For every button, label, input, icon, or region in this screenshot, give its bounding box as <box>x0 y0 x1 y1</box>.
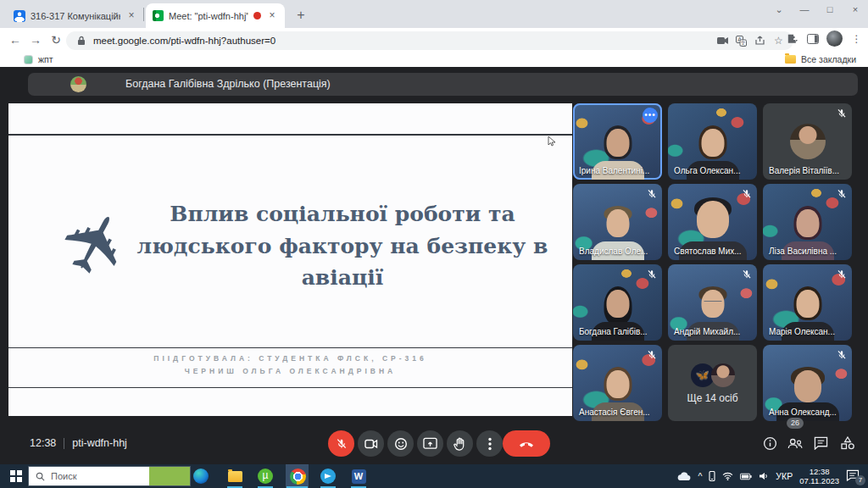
usb-device-icon[interactable] <box>709 471 715 481</box>
tray-chevron-up-icon[interactable]: ^ <box>698 471 702 481</box>
show-participants-button[interactable] <box>785 433 805 453</box>
bookmark-star-icon[interactable]: ☆ <box>772 35 785 47</box>
search-highlight-image[interactable] <box>149 466 190 486</box>
address-bar[interactable]: meet.google.com/pti-wdfn-hhj?authuser=0 … <box>66 31 793 50</box>
file-explorer-icon[interactable] <box>225 467 244 485</box>
participant-name: Ірина Валентині... <box>579 166 649 175</box>
url-text[interactable]: meet.google.com/pti-wdfn-hhj?authuser=0 <box>93 36 710 46</box>
telegram-icon[interactable] <box>319 467 337 485</box>
reactions-button[interactable] <box>387 430 414 457</box>
bookmark-item[interactable]: жпт <box>24 53 53 65</box>
participant-tile[interactable]: Марія Олексан... <box>763 264 852 341</box>
tab-close-icon[interactable]: × <box>266 10 278 22</box>
mic-off-icon <box>836 349 848 361</box>
participant-name: Ольга Олексан... <box>674 166 740 175</box>
presenter-banner: Богдана Галібівна Здрілько (Презентація) <box>28 73 858 96</box>
maximize-button[interactable]: □ <box>817 4 843 14</box>
tray-time: 12:38 <box>799 467 839 476</box>
participant-name: Андрій Михайл... <box>674 327 740 336</box>
browser-menu-icon[interactable]: ⋮ <box>850 32 863 45</box>
slide-title: Вплив соціальної роботи та людського фак… <box>134 198 551 294</box>
extensions-puzzle-icon[interactable] <box>786 32 798 45</box>
recording-indicator <box>253 12 261 19</box>
close-button[interactable]: × <box>843 4 868 14</box>
participant-tile[interactable]: Андрій Михайл... <box>668 264 757 341</box>
svg-text:文: 文 <box>741 40 746 46</box>
participant-name: Богдана Галібів... <box>579 327 648 336</box>
reload-icon[interactable]: ↻ <box>47 31 64 48</box>
chat-button[interactable] <box>810 433 831 453</box>
toolbar-right: ⋮ <box>786 30 863 47</box>
tab-close-icon[interactable]: × <box>125 10 137 22</box>
participant-tile[interactable]: Богдана Галібів... <box>573 264 662 341</box>
taskbar-search[interactable]: Поиск <box>28 466 191 486</box>
forward-icon[interactable]: → <box>27 31 44 48</box>
folder-icon <box>785 55 796 64</box>
mic-off-icon <box>836 108 848 119</box>
slide-footer-line1: ПІІДГОТУВАЛА: СТУДЕНТКА ФЛСК, СР-316 <box>8 352 572 365</box>
mic-off-icon <box>836 188 848 200</box>
camera-toggle-button[interactable] <box>358 430 384 457</box>
participant-tile[interactable]: Владислав Оле... <box>573 184 662 260</box>
chevron-down-icon[interactable]: ⌄ <box>766 4 792 15</box>
speaker-icon[interactable] <box>759 472 769 480</box>
divider <box>64 438 64 449</box>
participant-tile[interactable]: ••• Ірина Валентині... <box>573 103 662 180</box>
participant-tile[interactable]: Ліза Василівна ... <box>763 184 852 260</box>
new-tab-button[interactable]: + <box>292 6 310 25</box>
overflow-avatars: 🦋 <box>691 363 735 387</box>
overflow-tile[interactable]: 🦋 Ще 14 осіб <box>668 345 757 421</box>
tray-clock[interactable]: 12:38 07.11.2023 <box>799 467 839 486</box>
participant-name: Владислав Оле... <box>579 247 648 256</box>
meeting-details-button[interactable] <box>760 433 780 453</box>
end-call-button[interactable] <box>503 430 550 457</box>
participant-name: Ліза Василівна ... <box>769 247 837 256</box>
camera-indicator-icon[interactable] <box>716 35 729 47</box>
tab-classroom[interactable]: 316-317 Комунікаційний трені × <box>7 3 144 28</box>
mic-off-icon <box>741 188 753 200</box>
bookmark-favicon <box>24 55 33 64</box>
word-icon[interactable]: W <box>349 467 368 485</box>
participant-avatar <box>790 124 826 159</box>
onedrive-cloud-icon[interactable] <box>676 472 691 481</box>
participant-tile[interactable]: Анастасія Євген... <box>573 345 662 421</box>
back-icon[interactable]: ← <box>7 31 24 48</box>
chrome-icon[interactable] <box>288 467 307 485</box>
battery-icon[interactable] <box>740 473 752 480</box>
share-icon[interactable] <box>754 35 766 47</box>
mouse-cursor <box>548 136 556 147</box>
participant-tile[interactable]: Ольга Олексан... <box>668 103 757 180</box>
participant-name: Анастасія Євген... <box>579 408 650 417</box>
activities-button[interactable] <box>837 433 858 453</box>
wifi-icon[interactable] <box>722 472 733 480</box>
tab-meet[interactable]: Meet: "pti-wdfn-hhj" × <box>146 3 285 28</box>
edge-icon[interactable] <box>192 467 210 485</box>
meet-favicon <box>153 10 164 21</box>
tile-more-icon[interactable]: ••• <box>643 108 658 123</box>
participant-tile[interactable]: Валерія Віталіїв... <box>763 103 852 180</box>
side-panel-icon[interactable] <box>806 32 819 45</box>
more-options-button[interactable] <box>476 430 503 457</box>
language-indicator[interactable]: УКР <box>776 471 793 481</box>
present-screen-button[interactable] <box>417 430 443 457</box>
slide-divider <box>8 347 572 348</box>
action-center-icon[interactable]: 7 <box>846 469 861 483</box>
overflow-count-label: Ще 14 осіб <box>668 392 757 404</box>
lock-icon <box>75 35 87 47</box>
notification-badge: 7 <box>855 475 865 485</box>
participant-tile[interactable]: Анна Олександ... <box>763 345 852 421</box>
system-tray: ^ УКР 12:38 07.11.2023 7 <box>676 464 868 488</box>
start-button[interactable] <box>10 470 22 482</box>
raise-hand-button[interactable] <box>447 430 473 457</box>
minimize-button[interactable]: — <box>792 4 817 14</box>
participant-name: Святослав Мих... <box>674 247 742 256</box>
tab-strip: 316-317 Комунікаційний трені × Meet: "pt… <box>0 0 868 28</box>
all-bookmarks-button[interactable]: Все закладки <box>785 53 856 65</box>
profile-avatar[interactable] <box>826 30 843 47</box>
mic-toggle-button[interactable] <box>328 430 354 457</box>
utorrent-icon[interactable]: µ <box>256 467 275 485</box>
slide-footer-line2: ЧЕРНИШ ОЛЬГА ОЛЕКСАНДРІВНА <box>8 365 572 378</box>
translate-icon[interactable]: A文 <box>735 35 748 47</box>
participant-tile[interactable]: Святослав Мих... <box>668 184 757 260</box>
bookmark-label: жпт <box>38 54 53 64</box>
